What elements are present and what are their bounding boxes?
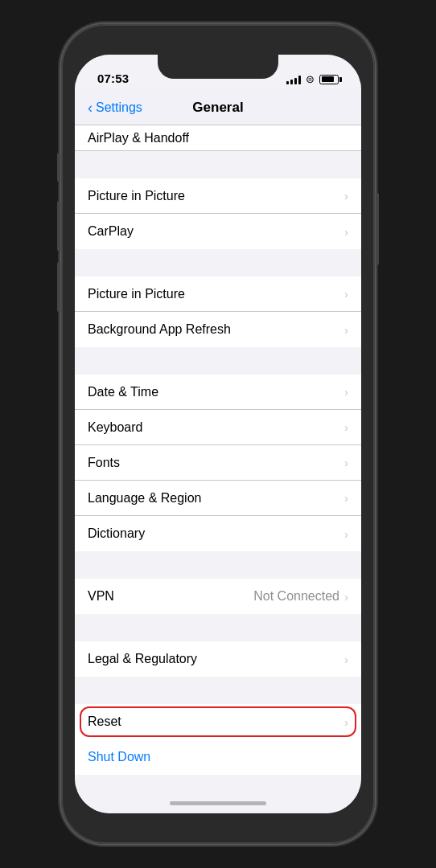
back-button[interactable]: ‹ Settings (88, 100, 142, 115)
vpn-label: VPN (88, 579, 253, 613)
chevron-right-icon: › (344, 323, 348, 337)
language-region-label: Language & Region (88, 481, 344, 515)
section-separator (75, 614, 361, 641)
chevron-right-icon: › (344, 527, 348, 541)
list-item[interactable]: Fonts › (75, 445, 361, 481)
chevron-right-icon: › (344, 456, 348, 469)
bottom-padding (75, 775, 361, 813)
chevron-right-icon: › (344, 287, 348, 301)
chevron-right-icon: › (344, 715, 348, 729)
dictionary-label: Dictionary (88, 517, 344, 551)
pip-label: Picture in Picture (88, 179, 344, 213)
fonts-label: Fonts (88, 446, 344, 480)
background-refresh-label: Background App Refresh (88, 313, 344, 346)
list-item[interactable]: Background App Refresh › (75, 312, 361, 347)
settings-group-5: Legal & Regulatory › (75, 641, 361, 677)
vpn-value: Not Connected (253, 589, 339, 604)
list-item[interactable]: Picture in Picture › (75, 276, 361, 312)
settings-group-shutdown: Shut Down (75, 739, 361, 775)
section-separator (75, 249, 361, 276)
battery-icon (319, 75, 339, 84)
volume-down-button[interactable] (57, 262, 60, 312)
list-item[interactable]: Dictionary › (75, 516, 361, 551)
chevron-right-icon: › (344, 491, 348, 505)
carplay-label: CarPlay (88, 215, 344, 248)
section-separator (75, 151, 361, 178)
chevron-right-icon: › (344, 590, 348, 604)
page-title: General (192, 100, 243, 116)
mute-button[interactable] (57, 153, 60, 182)
airplay-label: AirPlay & Handoff (88, 131, 189, 145)
list-item[interactable]: Legal & Regulatory › (75, 641, 361, 677)
iphone-storage-label: Picture in Picture (88, 277, 344, 311)
home-indicator[interactable] (170, 801, 266, 805)
phone-screen: 07:53 ⊜ ‹ Settings General (75, 55, 361, 813)
section-separator (75, 347, 361, 375)
settings-group-1: Picture in Picture › CarPlay › (75, 178, 361, 249)
date-time-label: Date & Time (88, 375, 344, 409)
settings-group-2: Picture in Picture › Background App Refr… (75, 276, 361, 347)
phone-device: 07:53 ⊜ ‹ Settings General (61, 24, 375, 844)
status-time: 07:53 (97, 72, 129, 85)
volume-up-button[interactable] (57, 201, 60, 251)
legal-label: Legal & Regulatory (88, 642, 344, 676)
chevron-right-icon: › (344, 189, 348, 203)
status-icons: ⊜ (286, 73, 339, 85)
list-item[interactable]: CarPlay › (75, 214, 361, 249)
chevron-right-icon: › (344, 385, 348, 399)
list-item[interactable]: VPN Not Connected › (75, 579, 361, 614)
notch (158, 55, 278, 79)
section-separator (75, 677, 361, 704)
settings-group-4: VPN Not Connected › (75, 579, 361, 614)
signal-icon (286, 75, 301, 84)
section-separator (75, 551, 361, 579)
list-item[interactable]: Language & Region › (75, 481, 361, 516)
reset-label: Reset (88, 705, 344, 739)
list-item[interactable]: Picture in Picture › (75, 178, 361, 214)
wifi-icon: ⊜ (306, 73, 315, 85)
back-label: Settings (96, 100, 142, 115)
keyboard-label: Keyboard (88, 411, 344, 444)
list-item[interactable]: AirPlay & Handoff (75, 125, 361, 151)
shutdown-item[interactable]: Shut Down (75, 739, 361, 775)
battery-fill (322, 76, 334, 82)
list-item[interactable]: Keyboard › (75, 410, 361, 445)
reset-item[interactable]: Reset › (75, 704, 361, 739)
list-item[interactable]: Date & Time › (75, 375, 361, 410)
chevron-right-icon: › (344, 225, 348, 239)
power-button[interactable] (376, 193, 379, 265)
partial-group: AirPlay & Handoff (75, 125, 361, 151)
settings-group-3: Date & Time › Keyboard › Fonts › Languag… (75, 375, 361, 551)
settings-content: AirPlay & Handoff Picture in Picture › C… (75, 125, 361, 813)
chevron-right-icon: › (344, 420, 348, 434)
settings-group-reset: Reset › (75, 704, 361, 739)
back-chevron-icon: ‹ (88, 100, 93, 115)
chevron-right-icon: › (344, 653, 348, 666)
nav-bar: ‹ Settings General (75, 90, 361, 125)
shutdown-label: Shut Down (88, 750, 150, 764)
